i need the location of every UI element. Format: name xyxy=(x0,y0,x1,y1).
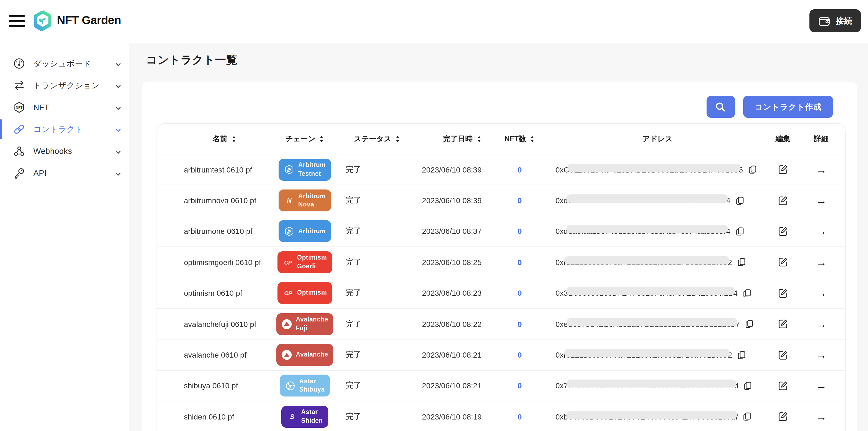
nft-count-link[interactable]: 0 xyxy=(518,165,522,174)
nft-count-link[interactable]: 0 xyxy=(518,289,522,298)
sort-icon[interactable] xyxy=(395,135,400,143)
detail-arrow-icon[interactable]: → xyxy=(816,318,827,329)
address-redaction-bar xyxy=(564,256,729,264)
contracts-table: 名前チェーンステータス完了日時NFT数アドレス編集詳細 arbitrumtest… xyxy=(157,123,845,431)
sort-icon[interactable] xyxy=(319,135,324,143)
completed-at: 2023/06/10 08:23 xyxy=(422,289,482,298)
edit-icon[interactable] xyxy=(778,226,788,237)
sidebar-item-[interactable]: トランザクション xyxy=(0,75,129,96)
edit-icon[interactable] xyxy=(778,257,788,267)
search-icon xyxy=(715,101,726,113)
chain-link-icon xyxy=(13,123,25,135)
completed-at: 2023/06/10 08:39 xyxy=(422,196,482,205)
detail-arrow-icon[interactable]: → xyxy=(816,257,827,268)
detail-arrow-icon[interactable]: → xyxy=(816,164,827,175)
contract-address: 0x702f0d12645059E0E12aF609c21F90bAB320ac… xyxy=(556,381,739,390)
chevron-down-icon[interactable] xyxy=(115,104,122,111)
copy-address-icon[interactable] xyxy=(736,257,746,267)
webhook-icon xyxy=(13,145,25,157)
copy-address-icon[interactable] xyxy=(735,226,745,237)
chevron-down-icon[interactable] xyxy=(115,126,122,133)
toolbar: コントラクト作成 xyxy=(707,96,833,118)
contract-address: 0x3B00b05019cDAB4F9020F5A5F07EB4100c4f21… xyxy=(556,289,738,298)
shibuya-icon xyxy=(285,381,296,391)
contract-address: 0xd5a5faa2d0745d5d0f5b7cd5Acb7c074aa5b05… xyxy=(556,227,731,236)
edit-icon[interactable] xyxy=(778,319,788,329)
contract-name: arbitrumnova 0610 pf xyxy=(184,196,256,205)
table-body: arbitrumtest 0610 pf ArbitrumTestnet 完了 … xyxy=(157,154,845,431)
status-text: 完了 xyxy=(346,350,361,360)
nft-count-link[interactable]: 0 xyxy=(518,381,522,390)
chevron-down-icon[interactable] xyxy=(115,148,122,154)
chevron-down-icon[interactable] xyxy=(115,170,122,176)
edit-icon[interactable] xyxy=(778,195,788,206)
detail-arrow-icon[interactable]: → xyxy=(816,411,827,422)
edit-icon[interactable] xyxy=(778,411,788,422)
completed-at: 2023/06/10 08:39 xyxy=(422,165,482,174)
sort-icon[interactable] xyxy=(231,135,236,143)
detail-arrow-icon[interactable]: → xyxy=(816,380,827,391)
nft-count-link[interactable]: 0 xyxy=(518,258,522,267)
table-row: shibuya 0610 pf AstarShibuya 完了 2023/06/… xyxy=(157,370,845,401)
search-button[interactable] xyxy=(707,96,735,118)
completed-at: 2023/06/10 08:21 xyxy=(422,350,482,359)
table-row: arbitrumone 0610 pf Arbitrum 完了 2023/06/… xyxy=(157,216,845,247)
edit-icon[interactable] xyxy=(778,350,788,360)
column-header[interactable]: ステータス xyxy=(338,134,409,144)
create-contract-button[interactable]: コントラクト作成 xyxy=(743,96,833,118)
copy-address-icon[interactable] xyxy=(735,195,745,206)
nft-count-link[interactable]: 0 xyxy=(518,412,522,421)
status-text: 完了 xyxy=(346,319,361,329)
sidebar-item-webhooks[interactable]: Webhooks xyxy=(0,140,129,162)
hamburger-menu-icon[interactable] xyxy=(9,15,25,27)
chain-badge: AvalancheFuji xyxy=(276,313,334,335)
sidebar-item-[interactable]: ダッシュボード xyxy=(0,53,129,75)
contract-name: optimism 0610 pf xyxy=(184,289,242,298)
shiden-icon: S xyxy=(287,413,297,421)
op-icon: OP xyxy=(283,259,293,266)
table-row: arbitrumnova 0610 pf N ArbitrumNova 完了 2… xyxy=(157,185,845,216)
edit-icon[interactable] xyxy=(778,288,788,298)
nft-count-link[interactable]: 0 xyxy=(518,196,522,205)
column-header[interactable]: 名前 xyxy=(157,134,272,144)
sort-icon[interactable] xyxy=(530,135,535,143)
contract-name: shibuya 0610 pf xyxy=(184,381,238,390)
detail-arrow-icon[interactable]: → xyxy=(816,288,827,299)
edit-icon[interactable] xyxy=(778,164,788,175)
column-header: 詳細 xyxy=(797,134,845,144)
column-header[interactable]: 完了日時 xyxy=(409,134,499,144)
sort-icon[interactable] xyxy=(476,135,481,143)
chain-badge: OP OptimismGoerli xyxy=(277,251,332,273)
chain-badge: Arbitrum xyxy=(279,221,331,242)
nft-count-link[interactable]: 0 xyxy=(518,320,522,328)
sidebar-item-nft[interactable]: NFT NFT xyxy=(0,96,129,118)
chain-badge: OP Optimism xyxy=(277,282,332,304)
sidebar-item-[interactable]: コントラクト xyxy=(0,118,129,140)
detail-arrow-icon[interactable]: → xyxy=(816,349,827,361)
detail-arrow-icon[interactable]: → xyxy=(816,195,827,206)
contract-address: 0xf5222b3c59070a4E2105d2f055d2710a001Bf0… xyxy=(556,258,732,267)
column-header[interactable]: NFT数 xyxy=(499,134,540,144)
sidebar-item-api[interactable]: API xyxy=(0,162,129,184)
key-icon xyxy=(13,167,25,179)
nft-count-link[interactable]: 0 xyxy=(518,350,522,359)
contract-address: 0xd5a5faa2d0745d5d0f5b7cd5Acb7c074aa5b05… xyxy=(556,196,731,205)
address-redaction-bar xyxy=(566,225,727,234)
detail-arrow-icon[interactable]: → xyxy=(816,226,827,237)
address-redaction-bar xyxy=(566,411,737,419)
chevron-down-icon[interactable] xyxy=(115,82,122,89)
chevron-down-icon[interactable] xyxy=(115,60,122,67)
chain-badge: S AstarShiden xyxy=(281,406,328,428)
connect-wallet-button[interactable]: 接続 xyxy=(809,9,861,32)
nft-count-link[interactable]: 0 xyxy=(518,227,522,236)
address-redaction-bar xyxy=(566,194,727,203)
status-text: 完了 xyxy=(346,381,361,391)
column-header[interactable]: チェーン xyxy=(272,134,338,144)
table-header-row: 名前チェーンステータス完了日時NFT数アドレス編集詳細 xyxy=(157,124,845,154)
copy-address-icon[interactable] xyxy=(736,350,746,360)
table-row: optimismgoerli 0610 pf OP OptimismGoerli… xyxy=(157,247,845,277)
address-redaction-bar xyxy=(564,349,729,357)
completed-at: 2023/06/10 08:21 xyxy=(422,381,482,390)
avalanche-icon xyxy=(282,350,292,360)
edit-icon[interactable] xyxy=(778,381,788,391)
